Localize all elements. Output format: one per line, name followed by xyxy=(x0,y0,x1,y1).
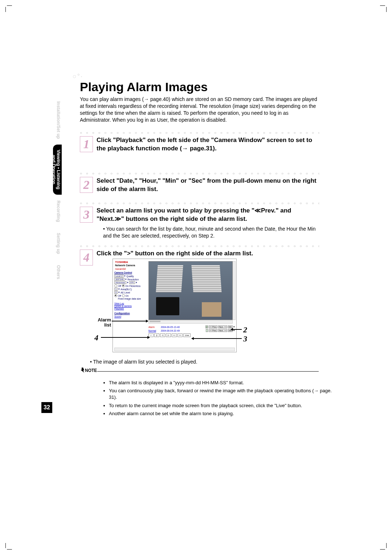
ae-select[interactable]: 0 xyxy=(114,291,118,294)
fixed-label: Fixed image data size xyxy=(118,297,146,300)
row-type: Alarm xyxy=(148,326,160,328)
link-viewlog[interactable]: View Log xyxy=(114,302,146,305)
horizontal-scrollbar[interactable] xyxy=(148,320,233,324)
note-item: Another alarm cannot be set while the al… xyxy=(109,410,332,417)
tab-recording[interactable]: Recording xyxy=(53,195,62,227)
row-date: 2004-08-05-13-40 xyxy=(161,326,205,328)
note-heading: NOTE xyxy=(81,368,97,373)
link-playback[interactable]: Playback xyxy=(114,307,146,310)
note-item: The alarm list is displayed in a "yyyy-m… xyxy=(109,380,332,386)
tab-setting[interactable]: Setting up xyxy=(53,228,62,259)
panel-title: Camera Control xyxy=(114,271,146,274)
step-number: 1 xyxy=(80,136,93,152)
step-number: 3 xyxy=(80,207,93,223)
note-item: You can continuously play back, forward … xyxy=(109,388,332,401)
note-list: The alarm list is displayed in a "yyyy-m… xyxy=(94,380,332,418)
prev-button[interactable]: << Prev. xyxy=(209,325,217,328)
crop-mark xyxy=(5,543,12,550)
bottom-scrollbar[interactable] xyxy=(114,348,235,351)
header-ornament xyxy=(73,73,83,80)
step-text: Select an alarm list you want to play by… xyxy=(97,207,319,223)
rewind-button[interactable]: << xyxy=(172,333,177,337)
post-image-text: • The image of alarm list you selected i… xyxy=(90,359,315,365)
camera-view xyxy=(148,261,233,320)
step-back-button[interactable]: <| xyxy=(160,333,165,337)
note-label: NOTE xyxy=(85,368,97,373)
flickerless-label: Flickerless xyxy=(129,285,140,287)
crop-mark xyxy=(380,543,387,550)
area-select[interactable]: 1 xyxy=(114,288,118,291)
resolution-select[interactable]: 320*240 xyxy=(114,278,124,281)
callout-2: 2 xyxy=(243,325,247,335)
row-count xyxy=(206,329,208,332)
playback-buttons: < || <| |> << >> Live xyxy=(148,333,235,337)
tab-installation[interactable]: Installation/Set up xyxy=(53,96,62,144)
step-2: ○ ○ ○ ○ ○ ○ ○ ○ ○ ○ ○ ○ ○ ○ ○ ○ ○ ○ ○ ○ … xyxy=(80,171,319,194)
row-count: 2 xyxy=(205,325,208,328)
step-fwd-button[interactable]: |> xyxy=(166,333,171,337)
step-number: 4 xyxy=(80,250,93,266)
step-1: ○ ○ ○ ○ ○ ○ ○ ○ ○ ○ ○ ○ ○ ○ ○ ○ ○ ○ ○ ○ … xyxy=(80,131,319,153)
note-rule xyxy=(97,371,319,372)
next-button[interactable]: Next. >> xyxy=(218,325,227,328)
radio-off-2[interactable] xyxy=(114,294,117,297)
note-icon xyxy=(81,368,84,373)
crop-mark xyxy=(5,5,12,12)
radio-on[interactable] xyxy=(122,284,125,287)
camera-name: nwcam02 xyxy=(115,268,126,270)
step-text: Click the ">" button on the right side o… xyxy=(97,250,253,258)
radio-on-2[interactable] xyxy=(122,294,125,297)
crop-mark xyxy=(380,5,387,12)
callout-3: 3 xyxy=(243,334,247,344)
brand-subtitle: Network Camera xyxy=(115,264,135,267)
section-tabs: Installation/Set up Viewing • Listening … xyxy=(53,96,62,369)
pause-button[interactable]: || xyxy=(154,333,159,337)
callout-4: 4 xyxy=(94,333,98,343)
page-title: Playing Alarm Images xyxy=(80,80,208,94)
page-number: 32 xyxy=(41,402,52,413)
note-item: To return to the current image mode scre… xyxy=(109,402,332,409)
config-title: Configuration xyxy=(114,312,146,315)
brand-logo: TOSHIBA xyxy=(115,260,128,264)
ae-label: AE Level xyxy=(121,291,130,294)
step-number: 2 xyxy=(80,177,93,193)
tab-others[interactable]: Others xyxy=(53,260,62,284)
step-subtext: • You can search for the list by date, h… xyxy=(103,226,319,239)
quality-label: Quality xyxy=(126,275,134,278)
area-label: Area(BLC) xyxy=(121,288,132,291)
step-text: Select "Date," "Hour," "Min" or "Sec" fr… xyxy=(97,177,319,194)
link-delete[interactable]: Delete a camera xyxy=(114,305,146,307)
next-button[interactable]: Next. >> xyxy=(218,329,227,332)
arrow-icon xyxy=(112,321,148,321)
resolution-label: Resolution xyxy=(127,278,139,281)
ffwd-button[interactable]: >> xyxy=(177,333,183,337)
tab-viewing[interactable]: Viewing • Listening and Operation xyxy=(53,145,62,194)
arrow-icon xyxy=(101,337,150,338)
alarm-row[interactable]: Alarm 2004-08-05-13-40 2 << Prev. Next. … xyxy=(148,325,235,329)
callout-alarm-list: Alarm list xyxy=(94,317,111,328)
normal-row[interactable]: Normal 2004-08-04-22-49 << Prev. Next. >… xyxy=(148,329,235,332)
manual-page: Playing Alarm Images Installation/Set up… xyxy=(0,0,392,555)
advanced-select[interactable]: Advanced xyxy=(114,281,126,284)
intro-text: You can play alarm images (→ page.40) wh… xyxy=(80,96,319,123)
vertical-scrollbar[interactable] xyxy=(233,261,236,320)
arrow-icon xyxy=(231,329,242,330)
quality-select[interactable]: Level 2 xyxy=(114,275,123,278)
pct-select[interactable]: 070 xyxy=(129,281,135,284)
step-3: ○ ○ ○ ○ ○ ○ ○ ○ ○ ○ ○ ○ ○ ○ ○ ○ ○ ○ ○ ○ … xyxy=(80,201,319,239)
live-button[interactable]: Live xyxy=(183,333,191,337)
prev-button[interactable]: << Prev. xyxy=(209,329,217,332)
row-date: 2004-08-04-22-49 xyxy=(161,329,205,332)
radio-off[interactable] xyxy=(114,284,117,287)
alarm-list: Alarm 2004-08-05-13-40 2 << Prev. Next. … xyxy=(148,325,235,337)
camera-control-panel: Camera Control Level 2▾ Quality 320*240▾… xyxy=(114,271,146,318)
step-text: Click "Playback" on the left side of the… xyxy=(97,136,319,153)
link-sound[interactable]: Sound xyxy=(114,315,146,318)
row-type: Normal xyxy=(148,329,160,332)
arrow-icon xyxy=(192,338,242,339)
